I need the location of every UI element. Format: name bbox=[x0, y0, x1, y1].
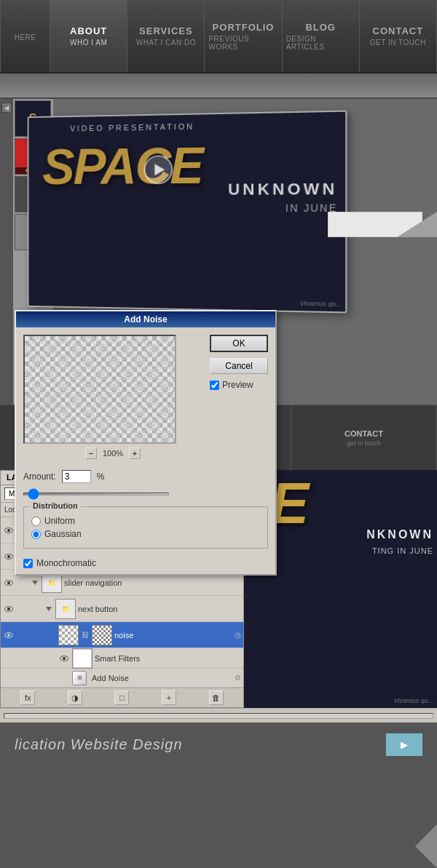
top-nav-bar: here ABOUT who I am SERVICES what I can … bbox=[0, 0, 437, 73]
uniform-radio-row: Uniform bbox=[31, 516, 260, 526]
play-button[interactable] bbox=[144, 155, 173, 184]
zoom-level: 100% bbox=[103, 449, 123, 458]
adjustment-button[interactable]: ◑ bbox=[68, 690, 82, 705]
monochromatic-checkbox[interactable] bbox=[23, 559, 33, 568]
expand-next-btn[interactable] bbox=[44, 605, 53, 613]
zoom-out-button[interactable]: − bbox=[85, 447, 97, 459]
smart-filters-row: Smart Filters bbox=[1, 648, 243, 669]
nav-about-title: ABOUT bbox=[70, 25, 107, 36]
gaussian-radio-row: Gaussian bbox=[31, 529, 260, 539]
dialog-left-panel: − 100% + bbox=[23, 335, 202, 459]
nav-item-services[interactable]: SERVICES what I can do bbox=[127, 0, 205, 72]
layers-bottom-bar: fx ◑ □ + 🗑 bbox=[1, 688, 243, 707]
dialog-right-panel: OK Cancel Preview bbox=[210, 335, 268, 459]
layer-visibility-slider-nav[interactable] bbox=[3, 577, 15, 589]
unknown-text-2: NKNOWN bbox=[366, 528, 433, 541]
preview-canvas bbox=[23, 335, 176, 444]
layer-name-noise: noise bbox=[114, 631, 232, 640]
footer-ribbon-icon bbox=[415, 824, 437, 868]
layer-visibility-smart-filters[interactable] bbox=[58, 653, 70, 664]
bottom-scrollbar bbox=[0, 708, 437, 722]
percent-sign: % bbox=[97, 471, 105, 482]
nav-item-blog[interactable]: BLOG design articles bbox=[283, 0, 360, 72]
noise-slider[interactable] bbox=[23, 493, 169, 495]
group-button[interactable]: □ bbox=[114, 690, 129, 705]
space-text: SPACE bbox=[42, 137, 202, 196]
cancel-button[interactable]: Cancel bbox=[210, 358, 268, 374]
eye-icon-noise bbox=[4, 632, 13, 638]
nav-item-portfolio[interactable]: PORTFOLIO previous works bbox=[205, 0, 282, 72]
gray-strip bbox=[0, 73, 437, 99]
layer-name-next-btn: next button bbox=[78, 605, 241, 613]
delete-layer-button[interactable]: 🗑 bbox=[209, 690, 224, 705]
layer-name-slider-nav: slider navigation bbox=[64, 578, 241, 587]
repeat-contact-sub: get in touch bbox=[347, 439, 381, 447]
layer-visibility-noise[interactable] bbox=[3, 629, 15, 641]
eye-icon-smart-filters bbox=[60, 656, 68, 661]
layer-thumb-smart-filters bbox=[72, 648, 92, 669]
monochromatic-label: Monochromatic bbox=[36, 558, 96, 568]
fx-button[interactable]: fx bbox=[20, 690, 35, 705]
layer-visibility-next-btn[interactable] bbox=[3, 603, 15, 615]
preview-checkbox[interactable] bbox=[210, 381, 219, 390]
eye-icon-12col bbox=[4, 527, 13, 533]
add-noise-filter-row: ⊞ Add Noise ⚙ bbox=[1, 669, 243, 688]
sidebar-arrow-left[interactable]: ◀ bbox=[1, 103, 12, 113]
video-presentation-label: VIDEO PRESENTATION bbox=[70, 122, 194, 133]
footer-title: lication Website Design bbox=[15, 736, 183, 753]
distribution-box: Distribution Uniform Gaussian bbox=[23, 506, 268, 549]
preview-label-text: Preview bbox=[222, 380, 253, 390]
dialog-title-bar: Add Noise bbox=[16, 311, 275, 327]
nav-portfolio-title: PORTFOLIO bbox=[213, 22, 275, 33]
amount-row: Amount: % bbox=[16, 466, 275, 483]
amount-input[interactable] bbox=[62, 470, 91, 483]
nav-blog-title: BLOG bbox=[305, 22, 336, 33]
eye-icon-slider-nav bbox=[4, 580, 13, 586]
nav-contact-sub: get in touch bbox=[370, 39, 426, 47]
nav-blog-sub: design articles bbox=[286, 35, 355, 51]
layer-visibility-12col[interactable] bbox=[3, 525, 15, 536]
nav-services-sub: what I can do bbox=[136, 39, 196, 47]
preview-checkbox-label[interactable]: Preview bbox=[210, 380, 268, 390]
browser-frame: VIDEO PRESENTATION SPACE UNKNOWN IN JUNE… bbox=[28, 111, 347, 314]
zoom-controls: − 100% + bbox=[23, 447, 202, 459]
play-triangle-icon bbox=[154, 164, 165, 175]
nav-item-contact[interactable]: CONTACT get in touch bbox=[360, 0, 437, 72]
layer-visibility-slider[interactable] bbox=[3, 551, 15, 562]
main-content-area: ◀ S READ VIDEO PRESENTATION SPACE UNKNOW… bbox=[0, 99, 437, 722]
repeat-contact-title: CONTACT bbox=[345, 429, 383, 438]
add-noise-dialog: Add Noise − 100% + OK Cancel Preview bbox=[15, 310, 277, 576]
repeat-nav-item-contact[interactable]: CONTACT get in touch bbox=[291, 405, 437, 470]
add-noise-filter-label: Add Noise bbox=[92, 674, 232, 682]
layer-thumb-noise bbox=[58, 625, 79, 645]
smart-filters-label: Smart Filters bbox=[95, 654, 241, 663]
uniform-label: Uniform bbox=[44, 516, 75, 526]
horizontal-scrollbar[interactable] bbox=[4, 713, 433, 719]
dialog-body: − 100% + OK Cancel Preview bbox=[16, 327, 275, 466]
monochrome-row: Monochromatic bbox=[16, 554, 275, 574]
vivamus-text-2: Vivamus qu... bbox=[394, 697, 433, 704]
expand-slider-nav[interactable] bbox=[31, 578, 39, 587]
nav-item-about[interactable]: ABOUT who I am bbox=[50, 0, 127, 72]
gaussian-radio[interactable] bbox=[31, 530, 41, 539]
chain-icon-noise: ⛓ bbox=[81, 625, 90, 645]
layer-row-next-btn[interactable]: 📁 next button bbox=[1, 596, 243, 622]
add-noise-settings-icon[interactable]: ⚙ bbox=[235, 674, 241, 682]
nav-services-title: SERVICES bbox=[139, 25, 193, 36]
footer-bar: lication Website Design ▶ bbox=[0, 722, 437, 766]
slider-row bbox=[16, 483, 275, 501]
uniform-radio[interactable] bbox=[31, 517, 41, 526]
filter-noise-icon: ⊞ bbox=[72, 671, 87, 685]
new-layer-button[interactable]: + bbox=[162, 690, 176, 705]
distribution-legend: Distribution bbox=[30, 501, 81, 510]
eye-icon-next-btn bbox=[4, 606, 13, 612]
browser-inner: VIDEO PRESENTATION SPACE UNKNOWN IN JUNE… bbox=[28, 112, 345, 312]
zoom-in-button[interactable]: + bbox=[129, 447, 141, 459]
nav-item-home[interactable]: here bbox=[0, 0, 50, 72]
nav-contact-title: CONTACT bbox=[373, 25, 424, 36]
layer-row-noise[interactable]: ⛓ noise ◷ bbox=[1, 622, 243, 648]
nav-home-sub: here bbox=[15, 33, 36, 41]
ok-button[interactable]: OK bbox=[210, 335, 268, 352]
in-june-text-2: TING IN JUNE bbox=[372, 546, 433, 555]
footer-button[interactable]: ▶ bbox=[386, 733, 422, 756]
